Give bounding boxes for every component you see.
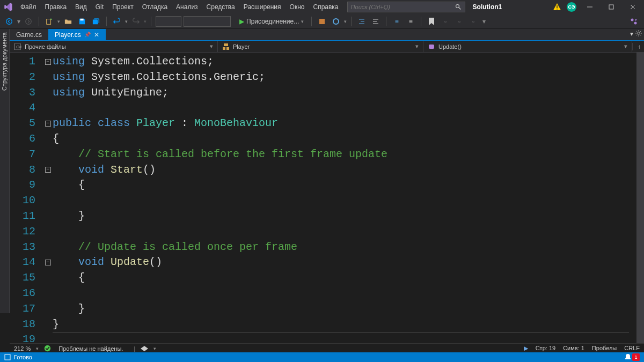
nav-arrow-icon[interactable]: ▶ [524,345,528,352]
attach-process-button[interactable]: ▶ Присоединение... ▾ [236,17,307,26]
nav-split-icon[interactable]: ⫞ [632,43,644,50]
line-number: 4 [10,100,43,116]
nav-forward-button [23,16,34,27]
zoom-level[interactable]: 212 % [14,345,31,352]
tool-icon-2[interactable] [330,16,342,27]
svg-text:C#: C# [16,45,21,49]
user-avatar[interactable]: СЭ [567,2,576,12]
search-input[interactable] [351,4,462,10]
line-number: 1 [10,54,43,70]
undo-button[interactable] [111,16,123,27]
line-number: 17 [10,301,43,317]
nav-member-dropdown[interactable]: Update() ▾ [423,41,632,52]
caret-col[interactable]: Симв: 1 [563,345,584,352]
code-nav-bar: C# Прочие файлы ▾ Player ▾ Update() ▾ ⫞ [10,41,644,53]
line-number: 2 [10,70,43,85]
svg-rect-27 [226,47,229,50]
close-button[interactable] [625,2,641,12]
menu-вид[interactable]: Вид [71,2,91,12]
indent-icon[interactable] [356,16,368,27]
line-ending[interactable]: CRLF [624,345,640,352]
menu-справка[interactable]: Справка [309,2,342,12]
document-tabs: Game.cs Player.cs 📌 ✕ ▾ [10,29,644,41]
menu-правка[interactable]: Правка [41,2,71,12]
close-tab-icon[interactable]: ✕ [94,31,99,39]
indent-mode[interactable]: Пробелы [592,345,617,352]
menu-проект[interactable]: Проект [108,2,138,12]
line-number: 7 [10,147,43,162]
tool-c[interactable]: ▫ [467,16,479,27]
warning-icon [553,3,561,11]
svg-rect-3 [557,9,557,10]
svg-rect-10 [47,19,51,24]
line-number: 3 [10,85,43,101]
menu-файл[interactable]: Файл [16,2,41,12]
minimize-button[interactable] [582,2,598,12]
comment-icon[interactable]: ≡ [391,16,402,27]
platform-dropdown[interactable] [184,16,231,27]
bookmark-icon[interactable] [426,16,437,27]
nav-scope-dropdown[interactable]: C# Прочие файлы ▾ [10,41,218,52]
line-number: 16 [10,286,43,301]
menu-расширения[interactable]: Расширения [239,2,286,12]
fold-toggle[interactable]: − [45,167,51,173]
code-area[interactable]: using System.Collections; using System.C… [53,53,636,343]
feedback-icon[interactable] [141,345,148,352]
csharp-file-icon: C# [14,43,21,50]
outdent-icon[interactable] [370,16,382,27]
svg-rect-26 [223,47,225,50]
doc-outline-panel-tab[interactable]: Структура документа [0,29,10,313]
vertical-scrollbar[interactable] [636,53,644,343]
pin-icon[interactable]: 📌 [84,32,91,38]
svg-rect-11 [80,18,84,20]
check-ok-icon [44,345,51,352]
fold-toggle[interactable]: − [45,59,51,65]
caret-line[interactable]: Стр: 19 [536,345,555,352]
live-share-icon[interactable] [628,16,640,27]
svg-point-9 [26,18,32,24]
svg-rect-30 [5,354,10,360]
issues-text[interactable]: Проблемы не найдены. [58,345,123,352]
line-number: 10 [10,193,43,209]
class-icon [222,43,230,50]
tab-overflow-icon[interactable]: ▾ [630,30,633,38]
status-bar: Готово 1 [0,352,644,362]
maximize-button[interactable] [603,2,619,12]
tab-settings-icon[interactable] [635,30,642,38]
menu-git[interactable]: Git [91,2,108,12]
tab-player-cs[interactable]: Player.cs 📌 ✕ [48,29,106,40]
solution-name: Solution1 [473,3,502,11]
svg-point-29 [45,345,50,351]
menu-средства[interactable]: Средства [202,2,239,12]
new-item-button[interactable] [43,16,55,27]
config-dropdown[interactable] [156,16,181,27]
fold-column: − − − − [43,53,53,343]
menu-отладка[interactable]: Отладка [138,2,172,12]
tool-b[interactable]: ▫ [453,16,465,27]
uncomment-icon[interactable]: ≡ [405,16,416,27]
notifications-button[interactable]: 1 [625,353,640,361]
fold-toggle[interactable]: − [45,260,51,265]
nav-back-button[interactable] [3,16,15,27]
tool-a[interactable]: ▫ [440,16,451,27]
search-box[interactable] [347,2,465,12]
line-number: 9 [10,178,43,193]
menu-bar: ФайлПравкаВидGitПроектОтладкаАнализСредс… [0,0,644,14]
tool-icon-1[interactable] [316,16,328,27]
visual-studio-icon [3,2,13,12]
editor-status-strip: 212 % ▾ Проблемы не найдены. | ▾ ▶ Стр: … [10,343,644,353]
save-all-button[interactable] [90,16,102,27]
line-number: 11 [10,209,43,224]
tab-game-cs[interactable]: Game.cs [10,29,48,40]
redo-button [130,16,142,27]
zoom-dropdown-icon[interactable]: ▾ [36,346,39,351]
line-number: 15 [10,270,43,286]
menu-окно[interactable]: Окно [286,2,309,12]
code-editor[interactable]: 12345678910111213141516171819 − − − − us… [10,53,636,343]
line-number: 14 [10,255,43,270]
save-button[interactable] [76,16,88,27]
open-file-button[interactable] [62,16,74,27]
fold-toggle[interactable]: − [45,121,51,127]
nav-class-dropdown[interactable]: Player ▾ [218,41,423,52]
menu-анализ[interactable]: Анализ [172,2,202,12]
